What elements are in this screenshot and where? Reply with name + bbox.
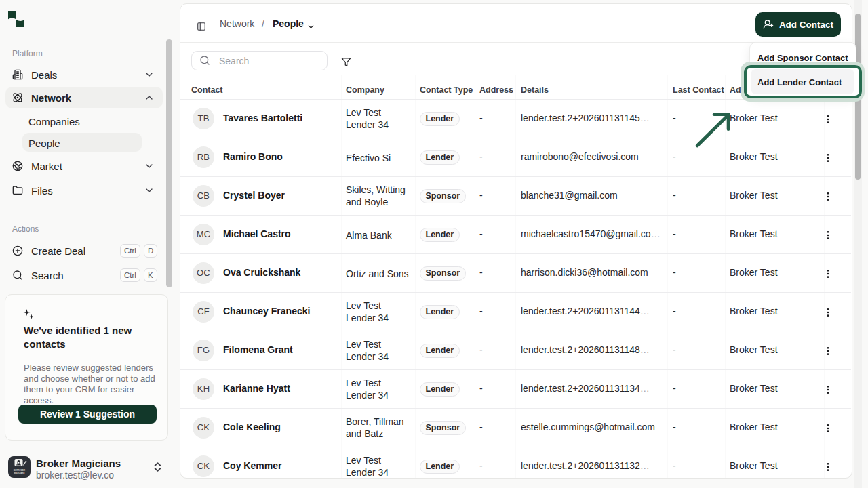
svg-text:MAGICIANS: MAGICIANS	[14, 472, 24, 474]
